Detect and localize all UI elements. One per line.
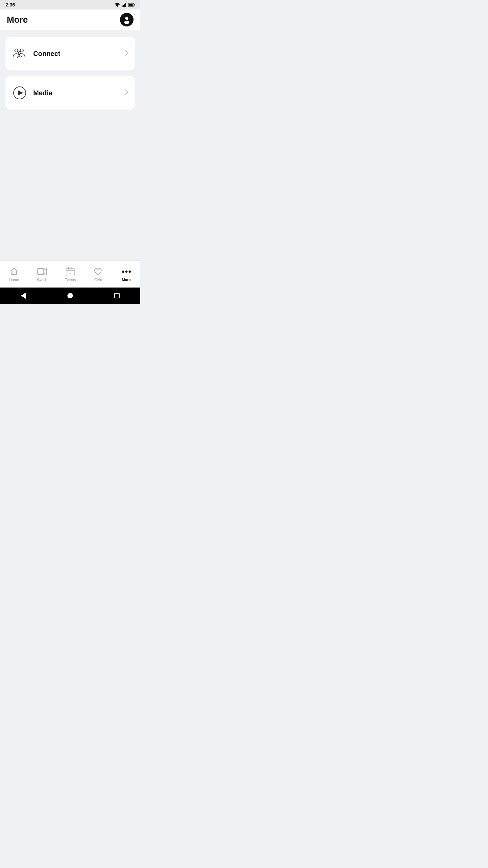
nav-item-more[interactable]: More <box>112 267 140 282</box>
svg-text:17: 17 <box>68 272 72 275</box>
connect-label: Connect <box>33 50 119 58</box>
connect-chevron-icon <box>125 50 128 58</box>
media-icon <box>12 85 27 100</box>
svg-rect-24 <box>115 293 119 298</box>
give-icon <box>94 267 103 276</box>
svg-point-19 <box>122 271 124 273</box>
svg-point-23 <box>67 293 73 298</box>
svg-rect-16 <box>38 269 44 275</box>
give-nav-label: Give <box>94 278 102 282</box>
media-menu-item[interactable]: Media <box>5 76 135 110</box>
more-nav-label: More <box>122 278 130 282</box>
svg-point-0 <box>117 6 118 7</box>
svg-rect-2 <box>123 5 124 7</box>
recents-button[interactable] <box>110 289 124 302</box>
watch-icon <box>37 267 47 276</box>
system-navigation-bar <box>0 288 140 304</box>
bottom-navigation: Home Watch 17 Events Giv <box>0 260 140 288</box>
media-label: Media <box>33 89 119 97</box>
status-icons <box>115 3 135 7</box>
nav-item-watch[interactable]: Watch <box>28 267 56 282</box>
svg-rect-3 <box>124 4 125 7</box>
battery-icon <box>128 3 135 7</box>
svg-marker-15 <box>18 91 23 95</box>
svg-point-13 <box>18 52 21 54</box>
more-icon <box>122 267 131 276</box>
home-button[interactable] <box>63 289 77 302</box>
back-button[interactable] <box>17 289 30 302</box>
watch-nav-label: Watch <box>37 278 47 282</box>
page-header: More <box>0 9 140 30</box>
svg-point-9 <box>125 17 128 20</box>
profile-avatar-button[interactable] <box>120 13 134 26</box>
media-chevron-icon <box>125 89 128 97</box>
svg-marker-22 <box>21 293 26 299</box>
signal-icon <box>122 3 126 7</box>
connect-menu-item[interactable]: Connect <box>5 37 135 71</box>
nav-item-events[interactable]: 17 Events <box>56 267 84 282</box>
svg-point-10 <box>124 21 129 24</box>
nav-item-give[interactable]: Give <box>84 267 112 282</box>
connect-icon <box>12 46 27 61</box>
events-nav-label: Events <box>64 278 76 282</box>
svg-point-21 <box>129 271 131 273</box>
nav-item-home[interactable]: Home <box>0 267 28 282</box>
home-icon <box>9 267 19 276</box>
svg-point-11 <box>15 49 18 52</box>
home-nav-label: Home <box>9 278 19 282</box>
svg-rect-6 <box>134 4 135 5</box>
status-time: 2:36 <box>5 2 15 7</box>
status-bar: 2:36 <box>0 0 140 9</box>
events-icon: 17 <box>65 267 75 276</box>
wifi-icon <box>115 3 120 7</box>
svg-point-20 <box>125 271 127 273</box>
svg-rect-7 <box>129 4 133 6</box>
user-avatar-icon <box>122 15 131 24</box>
page-title: More <box>7 15 28 25</box>
svg-point-12 <box>20 49 23 52</box>
svg-rect-1 <box>122 5 123 7</box>
main-content: Connect Media <box>0 30 140 260</box>
svg-rect-4 <box>125 3 126 7</box>
